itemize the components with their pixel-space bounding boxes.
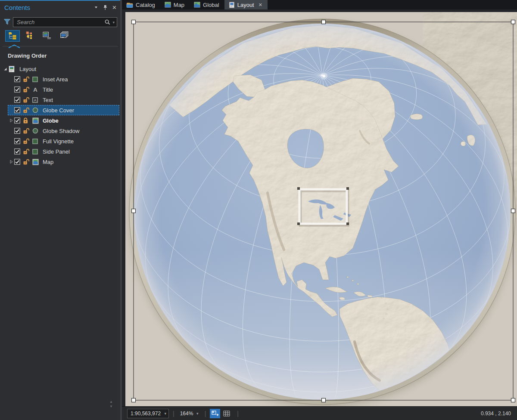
lock-open-icon[interactable]	[23, 76, 32, 83]
tab-label: Map	[174, 2, 184, 8]
map-icon	[165, 2, 171, 8]
visibility-checkbox[interactable]	[14, 148, 23, 154]
layer-label: Full Vignette	[43, 138, 74, 145]
zoom-level-combobox[interactable]: 164% ▾	[178, 409, 201, 418]
lock-open-icon[interactable]	[23, 107, 32, 114]
visibility-checkbox[interactable]	[14, 117, 23, 124]
pin-icon[interactable]	[103, 5, 108, 10]
symbol-text-icon[interactable]: A	[32, 86, 41, 93]
list-by-slides-icon	[59, 31, 69, 41]
tab-global[interactable]: Global	[190, 0, 224, 9]
layer-row-globe-shadow[interactable]: Globe Shadow	[8, 126, 119, 136]
lock-closed-icon[interactable]	[23, 117, 32, 124]
layout-page[interactable]	[125, 12, 517, 406]
map-scale-combobox[interactable]: 1:90,563,972 ▾	[127, 409, 169, 418]
inset-area-frame[interactable]	[297, 187, 349, 225]
mapframe-icon[interactable]	[32, 159, 41, 165]
visibility-checkbox[interactable]	[14, 107, 23, 113]
visibility-checkbox[interactable]	[14, 97, 23, 103]
visibility-checkbox[interactable]	[14, 159, 23, 165]
panel-title: Contents	[4, 4, 30, 11]
list-by-element-type-button[interactable]	[22, 30, 37, 42]
lock-open-icon[interactable]	[23, 148, 32, 155]
list-by-slides-button[interactable]	[57, 30, 72, 42]
visibility-checkbox[interactable]	[14, 86, 23, 93]
symbol-circle-icon[interactable]	[32, 107, 41, 113]
statusbar-separator: |	[173, 410, 174, 417]
layer-row-title[interactable]: ATitle	[8, 84, 119, 95]
contents-panel: Contents ✕ Search ▾	[0, 0, 122, 420]
layer-row-side-panel[interactable]: Side Panel	[8, 146, 119, 157]
selection-handle[interactable]	[132, 398, 136, 402]
layout-canvas[interactable]	[122, 9, 517, 406]
layer-row-full-vignette[interactable]: Full Vignette	[8, 136, 119, 146]
panel-scrollbar[interactable]: ▲▼	[109, 399, 114, 409]
tab-layout[interactable]: Layout✕	[224, 0, 268, 9]
tab-catalog[interactable]: Catalog	[122, 0, 160, 9]
symbol-square-icon[interactable]	[32, 149, 41, 154]
layer-row-globe-cover[interactable]: Globe Cover	[8, 105, 119, 115]
layout-snapping-toggle-button[interactable]	[210, 409, 220, 418]
layer-label: Map	[43, 159, 53, 165]
search-input[interactable]: Search ▾	[13, 17, 117, 27]
selection-handle[interactable]	[322, 398, 326, 402]
scale-caret-icon: ▾	[164, 411, 166, 416]
search-options-caret-icon[interactable]: ▾	[112, 20, 115, 25]
selection-handle[interactable]	[511, 209, 515, 213]
mapframe-icon[interactable]	[32, 117, 41, 124]
tab-label: Global	[203, 2, 219, 8]
selection-handle[interactable]	[132, 209, 136, 213]
lock-open-icon[interactable]	[23, 128, 32, 134]
tab-map[interactable]: Map	[160, 0, 190, 9]
selection-handle[interactable]	[322, 20, 326, 24]
layer-row-globe[interactable]: Globe	[8, 115, 119, 126]
search-icon[interactable]	[104, 19, 111, 25]
layer-row-map[interactable]: Map	[8, 157, 119, 167]
symbol-square-icon[interactable]	[32, 77, 41, 82]
list-by-drawing-order-button[interactable]	[5, 30, 20, 42]
list-by-drawing-order-icon	[8, 31, 17, 41]
filter-icon[interactable]	[3, 19, 11, 27]
map-scale-value: 1:90,563,972	[131, 411, 164, 417]
symbol-textbox-icon[interactable]: A	[32, 97, 41, 103]
lock-open-icon[interactable]	[23, 86, 32, 93]
tab-label: Catalog	[136, 2, 155, 8]
expander-expanded-icon[interactable]	[2, 67, 8, 71]
layer-label: Title	[43, 86, 53, 93]
layout-view: CatalogMapGlobalLayout✕	[122, 0, 517, 420]
lock-open-icon[interactable]	[23, 97, 32, 103]
search-row: Search ▾	[0, 16, 120, 28]
symbol-square-icon[interactable]	[32, 139, 41, 144]
panel-menu-caret-icon[interactable]	[94, 5, 98, 9]
list-by-map-view-icon	[42, 31, 52, 41]
globe-icon	[194, 2, 200, 8]
layer-label: Globe	[43, 117, 59, 124]
close-icon[interactable]: ✕	[112, 5, 117, 10]
expander-collapsed-icon[interactable]	[8, 160, 14, 164]
layer-row-text[interactable]: AText	[8, 95, 119, 105]
expander-collapsed-icon[interactable]	[8, 118, 14, 123]
layout-page-icon	[8, 65, 18, 73]
visibility-checkbox[interactable]	[14, 138, 23, 144]
selection-handle[interactable]	[132, 20, 136, 24]
tab-close-icon[interactable]: ✕	[258, 2, 262, 8]
list-by-map-view-button[interactable]	[40, 30, 54, 42]
contents-view-toolbar	[5, 30, 72, 42]
search-placeholder: Search	[17, 19, 104, 25]
panel-header: Contents ✕	[0, 1, 120, 14]
symbol-circle-icon[interactable]	[32, 128, 41, 134]
visibility-checkbox[interactable]	[14, 128, 23, 134]
section-label: Drawing Order	[8, 52, 47, 59]
zoom-level-value: 164%	[180, 411, 196, 417]
grid-toggle-button[interactable]	[221, 409, 232, 418]
selection-handle[interactable]	[511, 20, 515, 24]
visibility-checkbox[interactable]	[14, 76, 23, 82]
layer-row-inset-area[interactable]: Inset Area	[8, 74, 119, 84]
selection-handle[interactable]	[511, 398, 515, 402]
layer-label: Globe Shadow	[43, 128, 79, 134]
lock-open-icon[interactable]	[23, 138, 32, 145]
layer-label: Globe Cover	[43, 107, 74, 114]
tab-label: Layout	[237, 2, 254, 8]
lock-open-icon[interactable]	[23, 159, 32, 165]
layer-row-layout[interactable]: Layout	[2, 64, 119, 74]
